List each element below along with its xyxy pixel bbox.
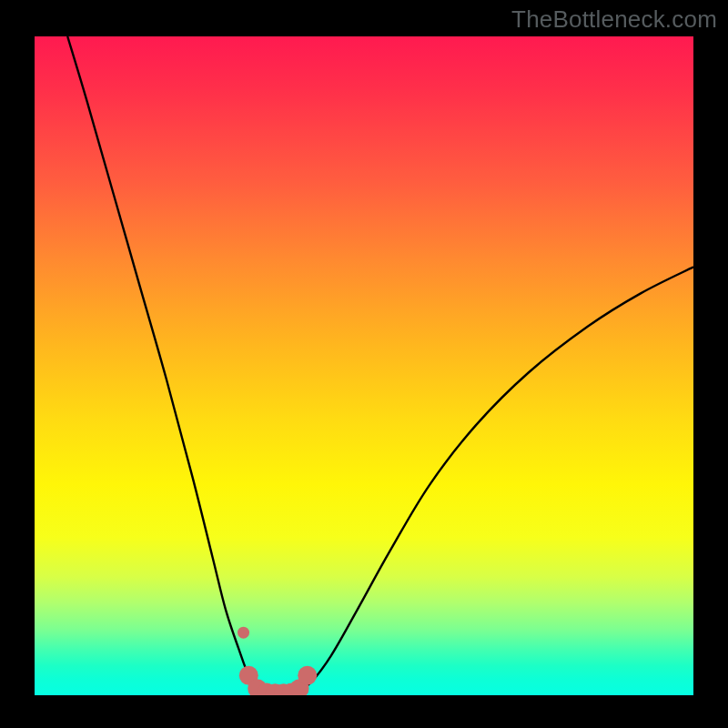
valley-marker-dot (248, 679, 267, 695)
chart-svg (35, 36, 693, 695)
valley-markers (239, 666, 317, 695)
valley-marker-dot (290, 679, 309, 695)
outlier-marker (238, 627, 249, 639)
valley-marker-dot (257, 683, 276, 695)
chart-frame: TheBottleneck.com (0, 0, 728, 728)
right-branch-path (298, 267, 693, 692)
valley-marker-dot (239, 666, 258, 685)
left-branch-path (67, 36, 265, 692)
left-branch (67, 36, 265, 692)
valley-marker-dot (266, 683, 285, 695)
right-branch (298, 267, 693, 692)
watermark-text: TheBottleneck.com (511, 5, 717, 34)
outlier-marker-dot (238, 627, 249, 639)
valley-marker-dot (274, 683, 293, 695)
valley-marker-dot (298, 666, 317, 685)
plot-area (35, 36, 693, 695)
valley-marker-dot (282, 683, 301, 695)
